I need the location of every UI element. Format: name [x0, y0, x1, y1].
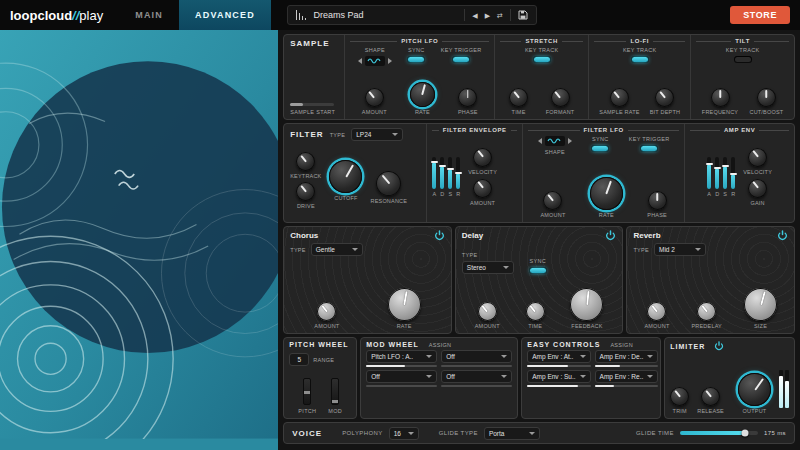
- assign-value: Amp Env : Su..: [532, 373, 575, 380]
- decay-slider[interactable]: [715, 157, 719, 189]
- key-trigger-toggle[interactable]: [640, 145, 658, 152]
- sustain-slider[interactable]: [448, 157, 452, 189]
- stretch-formant-knob[interactable]: [551, 88, 570, 107]
- sync-toggle[interactable]: [591, 145, 609, 152]
- easy-controls-title: EASY CONTROLS: [527, 341, 600, 348]
- shuffle-icon[interactable]: ⇄: [497, 12, 503, 19]
- tab-advanced[interactable]: ADVANCED: [179, 0, 271, 30]
- chorus-rate-knob[interactable]: [388, 288, 421, 321]
- power-icon[interactable]: [605, 230, 616, 241]
- key-track-toggle[interactable]: [734, 56, 752, 63]
- pitch-wheel[interactable]: [303, 378, 311, 405]
- sustain-slider[interactable]: [723, 157, 727, 189]
- filter-env-velocity-knob[interactable]: [473, 148, 492, 167]
- delay-amount-knob[interactable]: [478, 302, 497, 321]
- pitch-lfo-phase-knob[interactable]: [458, 88, 477, 107]
- reverb-size-knob[interactable]: [744, 288, 777, 321]
- voice-title: VOICE: [292, 429, 322, 438]
- mod-amount-slider[interactable]: [366, 385, 437, 387]
- mod-assign-dropdown-3[interactable]: Off: [366, 370, 437, 383]
- cut-boost-label: CUT/BOOST: [749, 109, 783, 115]
- mod-assign-dropdown-2[interactable]: Off: [441, 350, 512, 363]
- lofi-sample-rate-knob[interactable]: [610, 88, 629, 107]
- easy-assign-dropdown-4[interactable]: Amp Env : Re..: [595, 370, 659, 383]
- filter-cutoff-knob[interactable]: [329, 160, 362, 193]
- polyphony-dropdown[interactable]: 16: [389, 427, 419, 440]
- previous-preset-icon[interactable]: ◀: [472, 12, 477, 19]
- reverb-predelay-knob[interactable]: [697, 302, 716, 321]
- release-slider[interactable]: [456, 157, 460, 189]
- limiter-output-knob[interactable]: [738, 373, 771, 406]
- filter-lfo-amount-knob[interactable]: [543, 191, 562, 210]
- shape-prev-icon[interactable]: [538, 138, 542, 144]
- glide-time-slider[interactable]: [680, 431, 758, 435]
- key-trigger-toggle[interactable]: [452, 56, 470, 63]
- attack-slider[interactable]: [707, 157, 711, 189]
- mod-assign-dropdown-1[interactable]: Pitch LFO : A..: [366, 350, 437, 363]
- easy-assign-dropdown-3[interactable]: Amp Env : Su..: [527, 370, 590, 383]
- filter-type-dropdown[interactable]: LP24: [351, 128, 403, 141]
- filter-resonance-knob[interactable]: [376, 171, 401, 196]
- sync-toggle[interactable]: [407, 56, 425, 63]
- easy-assign-dropdown-2[interactable]: Amp Env : De..: [595, 350, 659, 363]
- key-track-toggle[interactable]: [533, 56, 551, 63]
- chorus-type-dropdown[interactable]: Gentle: [311, 243, 363, 256]
- mod-assign-dropdown-4[interactable]: Off: [441, 370, 512, 383]
- easy-amount-slider[interactable]: [527, 385, 590, 387]
- filter-drive-knob[interactable]: [296, 182, 315, 201]
- stretch-time-knob[interactable]: [509, 88, 528, 107]
- filter-lfo-rate-knob[interactable]: [590, 177, 623, 210]
- easy-amount-slider[interactable]: [527, 365, 590, 367]
- mod-wheel[interactable]: [331, 378, 339, 405]
- pitch-range-selector[interactable]: 5: [289, 353, 309, 366]
- amp-env-velocity-knob[interactable]: [748, 148, 767, 167]
- store-button[interactable]: STORE: [730, 6, 790, 24]
- delay-feedback-knob[interactable]: [570, 288, 603, 321]
- pitch-lfo-shape: SHAPE: [358, 47, 392, 66]
- preset-browser[interactable]: Dreams Pad ◀ ▶ ⇄: [287, 5, 537, 25]
- power-icon[interactable]: [434, 230, 445, 241]
- delay-time-knob[interactable]: [526, 302, 545, 321]
- chevron-down-icon: [695, 248, 701, 251]
- power-icon[interactable]: [714, 341, 724, 351]
- reverb-amount-knob[interactable]: [647, 302, 666, 321]
- shape-next-icon[interactable]: [568, 138, 572, 144]
- shape-prev-icon[interactable]: [358, 58, 362, 64]
- delay-type-dropdown[interactable]: Stereo: [462, 261, 514, 274]
- tab-main[interactable]: MAIN: [119, 0, 179, 30]
- tilt-cut-boost-knob[interactable]: [757, 88, 776, 107]
- mod-amount-slider[interactable]: [441, 365, 512, 367]
- pitch-lfo-rate-knob[interactable]: [410, 82, 435, 107]
- filter-lfo-phase-knob[interactable]: [648, 191, 667, 210]
- filter-env-amount-knob[interactable]: [473, 179, 492, 198]
- mod-amount-slider[interactable]: [441, 385, 512, 387]
- chorus-amount-knob[interactable]: [317, 302, 336, 321]
- save-icon[interactable]: [518, 10, 528, 21]
- attack-slider[interactable]: [432, 157, 436, 189]
- easy-amount-slider[interactable]: [595, 365, 659, 367]
- key-track-toggle[interactable]: [631, 56, 649, 63]
- preset-name[interactable]: Dreams Pad: [313, 10, 457, 20]
- next-preset-icon[interactable]: ▶: [485, 12, 490, 19]
- shape-next-icon[interactable]: [388, 58, 392, 64]
- decay-slider[interactable]: [440, 157, 444, 189]
- amp-env-gain-knob[interactable]: [748, 179, 767, 198]
- sync-toggle[interactable]: [529, 267, 547, 274]
- glide-time-thumb[interactable]: [742, 430, 749, 437]
- easy-amount-slider[interactable]: [595, 385, 659, 387]
- trim-label: TRIM: [673, 408, 687, 414]
- pitch-lfo-amount-knob[interactable]: [365, 88, 384, 107]
- mod-wheel-control: MOD: [328, 378, 342, 414]
- glide-type-dropdown[interactable]: Porta: [484, 427, 540, 440]
- limiter-release-knob[interactable]: [701, 387, 720, 406]
- limiter-trim-knob[interactable]: [670, 387, 689, 406]
- sample-start-slider[interactable]: [290, 103, 334, 106]
- filter-keytrack-knob[interactable]: [296, 152, 315, 171]
- tilt-frequency-knob[interactable]: [711, 88, 730, 107]
- mod-amount-slider[interactable]: [366, 365, 437, 367]
- easy-assign-dropdown-1[interactable]: Amp Env : At..: [527, 350, 590, 363]
- reverb-type-dropdown[interactable]: Mid 2: [654, 243, 706, 256]
- lofi-bit-depth-knob[interactable]: [655, 88, 674, 107]
- power-icon[interactable]: [777, 230, 788, 241]
- release-slider[interactable]: [731, 157, 735, 189]
